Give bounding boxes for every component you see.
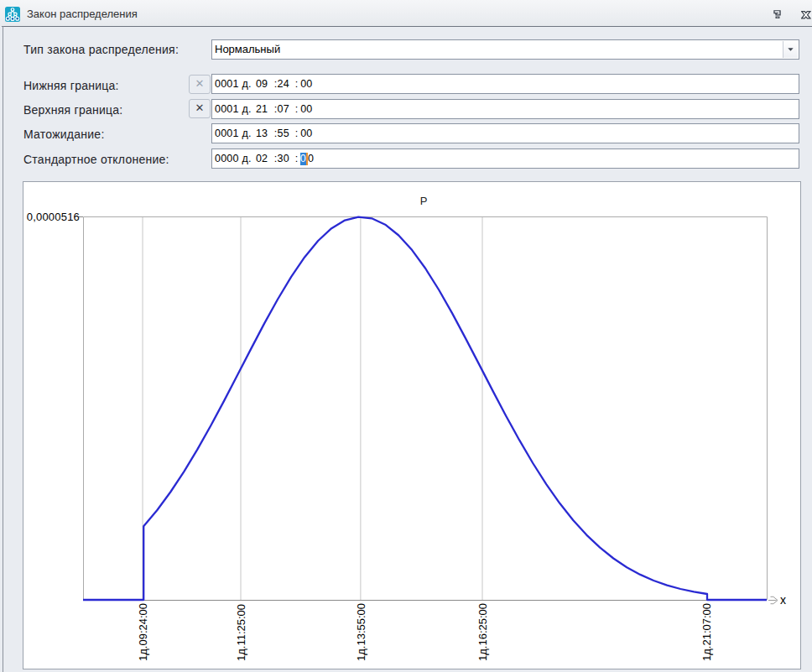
svg-text:1д.11:25:00: 1д.11:25:00 xyxy=(235,604,247,661)
svg-text:x: x xyxy=(780,593,786,607)
svg-text:1д.21:07:00: 1д.21:07:00 xyxy=(700,603,713,661)
svg-text:P: P xyxy=(420,195,428,207)
svg-text:1д.16:25:00: 1д.16:25:00 xyxy=(476,603,489,661)
svg-text:1д.09:24:00: 1д.09:24:00 xyxy=(137,603,149,661)
svg-text:1д.13:55:00: 1д.13:55:00 xyxy=(355,603,367,661)
svg-text:0,0000516: 0,0000516 xyxy=(27,211,80,223)
